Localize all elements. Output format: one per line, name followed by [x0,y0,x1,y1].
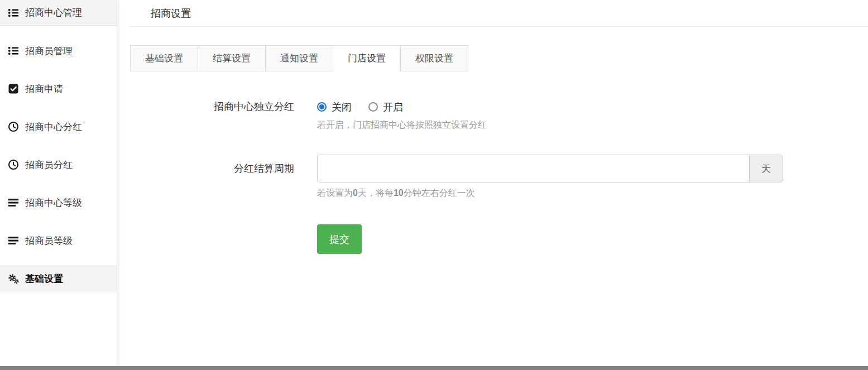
radio-option-label: 开启 [383,100,403,114]
help-text-number: 0 [353,188,358,198]
submit-button[interactable]: 提交 [317,224,362,254]
sidebar-item-label: 基础设置 [25,272,63,285]
cycle-unit-addon: 天 [750,155,783,182]
radio-option-label: 关闭 [332,100,352,114]
independent-dividend-label: 招商中心独立分红 [130,99,317,131]
sidebar-item-merchant-staff-management[interactable]: 招商员管理 [0,38,117,64]
page-header: 招商设置 [130,0,868,27]
cogs-icon [8,273,19,284]
settlement-cycle-input[interactable] [317,155,750,182]
settings-panel: 基础设置 结算设置 通知设置 门店设置 权限设置 招商中心独立分红 关闭 [130,27,868,254]
tab-permission-settings[interactable]: 权限设置 [401,45,468,71]
radio-unchecked-icon[interactable] [368,102,378,112]
tab-basic-settings[interactable]: 基础设置 [130,45,198,71]
settlement-cycle-label: 分红结算周期 [130,155,317,199]
sidebar-item-label: 招商中心分红 [25,121,82,133]
tab-notification-settings[interactable]: 通知设置 [266,45,333,71]
align-left-icon [8,235,19,246]
settlement-cycle-input-group: 天 [317,155,783,182]
align-left-icon [8,197,19,208]
store-settings-form: 招商中心独立分红 关闭 开启 若开启，门店招商中心 [130,99,868,254]
help-text-part: 分钟左右分红一次 [404,188,475,198]
sidebar-item-label: 招商员分红 [25,158,73,171]
tab-settlement-settings[interactable]: 结算设置 [198,45,266,71]
sidebar-item-staff-dividend[interactable]: 招商员分红 [0,152,117,177]
horizontal-scrollbar-thumb[interactable] [0,366,868,370]
sidebar-item-label: 招商中心管理 [25,6,82,19]
help-text-number: 10 [394,188,404,198]
settlement-cycle-help: 若设置为0天，将每10分钟左右分红一次 [317,188,783,199]
sidebar-item-center-dividend[interactable]: 招商中心分红 [0,114,117,140]
settlement-cycle-row: 分红结算周期 天 若设置为0天，将每10分钟左右分红一次 [130,155,868,199]
independent-dividend-row: 招商中心独立分红 关闭 开启 若开启，门店招商中心 [130,99,868,131]
independent-dividend-help: 若开启，门店招商中心将按照独立设置分红 [317,119,487,131]
page-title: 招商设置 [151,7,191,20]
main-content: 招商设置 基础设置 结算设置 通知设置 门店设置 权限设置 招商中心独立分红 [117,0,868,370]
clock-icon [8,121,19,132]
settings-tabs: 基础设置 结算设置 通知设置 门店设置 权限设置 [130,45,468,71]
help-text-part: 天，将每 [358,188,394,198]
sidebar-item-label: 招商员等级 [25,234,73,247]
sidebar-item-label: 招商中心等级 [25,196,82,209]
sidebar-item-staff-level[interactable]: 招商员等级 [0,228,117,253]
independent-dividend-radio-group: 关闭 开启 [317,99,487,114]
clock-icon [8,159,19,170]
sidebar-item-label: 招商申请 [25,83,63,95]
radio-checked-icon[interactable] [317,102,327,112]
check-square-icon [8,83,19,94]
app-root: 招商中心管理 招商员管理 招商申请 [0,0,868,370]
list-icon [8,45,19,56]
radio-option-close[interactable]: 关闭 [317,100,352,114]
tab-store-settings[interactable]: 门店设置 [333,45,401,71]
radio-option-open[interactable]: 开启 [368,100,403,114]
sidebar-item-label: 招商员管理 [25,45,73,57]
sidebar-item-center-level[interactable]: 招商中心等级 [0,190,117,215]
sidebar-item-basic-settings[interactable]: 基础设置 [0,266,117,291]
sidebar-item-merchant-application[interactable]: 招商申请 [0,76,117,102]
sidebar: 招商中心管理 招商员管理 招商申请 [0,0,117,370]
sidebar-item-merchant-center-management[interactable]: 招商中心管理 [0,0,117,26]
help-text-part: 若设置为 [317,188,353,198]
list-icon [8,7,19,18]
submit-row: 提交 [130,224,868,254]
